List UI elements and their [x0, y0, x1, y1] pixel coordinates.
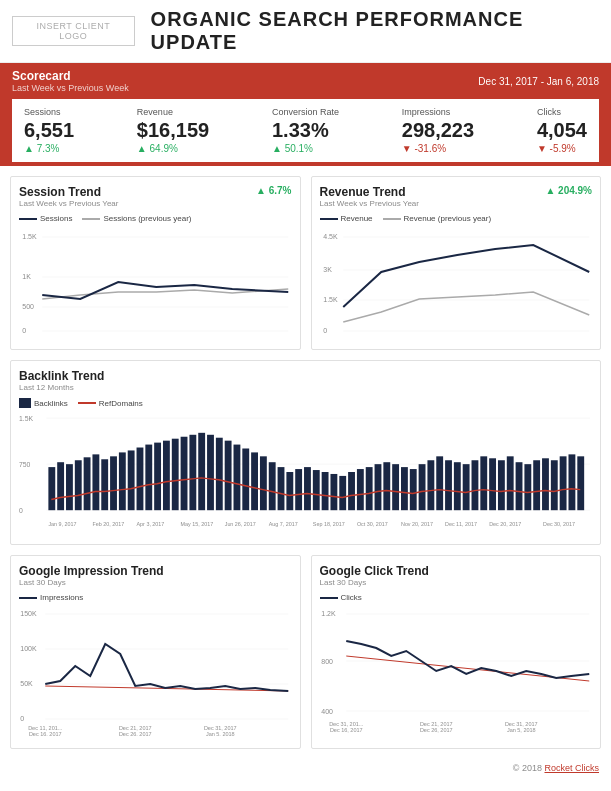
metric-revenue-value: $16,159 — [137, 119, 209, 142]
legend-sessions-prev: Sessions (previous year) — [82, 214, 191, 223]
svg-rect-92 — [542, 458, 549, 510]
metric-impressions-label: Impressions — [402, 107, 474, 117]
click-trend-chart: 1.2K 800 400 Dec 31, 201... Dec 16, 2017… — [320, 606, 593, 736]
svg-rect-95 — [568, 454, 575, 510]
svg-rect-56 — [225, 441, 232, 511]
svg-text:750: 750 — [19, 461, 31, 468]
svg-rect-51 — [181, 437, 188, 510]
svg-rect-48 — [154, 443, 161, 511]
svg-text:Dec 16, 2017: Dec 16, 2017 — [329, 727, 362, 733]
metric-impressions: Impressions 298,223 ▼ -31.6% — [402, 107, 474, 154]
impression-trend-title: Google Impression Trend — [19, 564, 164, 578]
legend-sessions-label: Sessions — [40, 214, 72, 223]
svg-text:100K: 100K — [20, 645, 37, 652]
scorecard-sublabel: Last Week vs Previous Week — [12, 83, 129, 93]
svg-rect-85 — [480, 456, 487, 510]
session-trend-subtitle: Last Week vs Previous Year — [19, 199, 118, 208]
impression-trend-subtitle: Last 30 Days — [19, 578, 164, 587]
svg-text:1.5K: 1.5K — [19, 415, 34, 422]
svg-rect-78 — [419, 464, 426, 510]
svg-rect-91 — [533, 460, 540, 510]
metric-sessions-label: Sessions — [24, 107, 74, 117]
metric-sessions-change: ▲ 7.3% — [24, 143, 74, 154]
rocket-clicks-link[interactable]: Rocket Clicks — [544, 763, 599, 773]
svg-rect-73 — [375, 464, 382, 510]
svg-text:400: 400 — [321, 708, 333, 715]
svg-text:500: 500 — [22, 303, 34, 310]
svg-rect-88 — [507, 456, 514, 510]
legend-revenue: Revenue — [320, 214, 373, 223]
svg-text:1.5K: 1.5K — [22, 233, 37, 240]
metric-revenue-change: ▲ 64.9% — [137, 143, 209, 154]
svg-text:Aug 7, 2017: Aug 7, 2017 — [269, 521, 298, 527]
svg-text:Dec 16, 2017: Dec 16, 2017 — [29, 731, 62, 736]
svg-rect-79 — [427, 460, 434, 510]
svg-text:Feb 20, 2017: Feb 20, 2017 — [92, 521, 124, 527]
metric-impressions-value: 298,223 — [402, 119, 474, 142]
svg-rect-36 — [48, 467, 55, 510]
backlink-trend-chart: 1.5K 750 0 — [19, 412, 592, 532]
svg-text:Nov 20, 2017: Nov 20, 2017 — [401, 521, 433, 527]
svg-text:Jan 5, 2018: Jan 5, 2018 — [206, 731, 235, 736]
svg-rect-58 — [242, 448, 249, 510]
svg-rect-41 — [92, 454, 99, 510]
metric-conversion-value: 1.33% — [272, 119, 339, 142]
svg-rect-47 — [145, 445, 152, 511]
impression-legend: Impressions — [19, 593, 292, 602]
svg-rect-67 — [322, 472, 329, 510]
metric-revenue-label: Revenue — [137, 107, 209, 117]
session-trend-change: ▲ 6.7% — [256, 185, 291, 196]
svg-rect-44 — [119, 452, 126, 510]
svg-rect-62 — [278, 467, 285, 510]
revenue-trend-subtitle: Last Week vs Previous Year — [320, 199, 419, 208]
svg-rect-42 — [101, 459, 108, 510]
revenue-trend-chart: 4.5K 3K 1.5K 0 Sunday Monday Tuesday Wed… — [320, 227, 593, 337]
svg-rect-65 — [304, 467, 311, 510]
backlink-trend-title: Backlink Trend — [19, 369, 104, 383]
client-logo: INSERT CLIENT LOGO — [12, 16, 135, 46]
svg-rect-76 — [401, 467, 408, 510]
svg-rect-83 — [463, 464, 470, 510]
svg-rect-81 — [445, 460, 452, 510]
svg-text:Dec 30, 2017: Dec 30, 2017 — [543, 521, 575, 527]
legend-refdomains-label: RefDomains — [99, 399, 143, 408]
footer-text: © 2018 — [513, 763, 545, 773]
svg-text:Dec 26, 2017: Dec 26, 2017 — [419, 727, 452, 733]
svg-text:50K: 50K — [20, 680, 33, 687]
svg-rect-61 — [269, 462, 276, 510]
svg-rect-68 — [330, 474, 337, 510]
legend-backlinks-label: Backlinks — [34, 399, 68, 408]
svg-text:0: 0 — [19, 507, 23, 514]
revenue-trend-change: ▲ 204.9% — [545, 185, 592, 196]
metric-conversion-change: ▲ 50.1% — [272, 143, 339, 154]
svg-rect-38 — [66, 464, 73, 510]
svg-text:0: 0 — [20, 715, 24, 722]
svg-rect-90 — [524, 464, 531, 510]
svg-rect-69 — [339, 476, 346, 510]
click-trend-legend: Clicks — [320, 593, 593, 602]
metric-clicks-value: 4,054 — [537, 119, 587, 142]
scorecard-metrics: Sessions 6,551 ▲ 7.3% Revenue $16,159 ▲ … — [12, 99, 599, 162]
svg-rect-45 — [128, 450, 135, 510]
svg-rect-53 — [198, 433, 205, 510]
metric-conversion: Conversion Rate 1.33% ▲ 50.1% — [272, 107, 339, 154]
svg-rect-50 — [172, 439, 179, 511]
legend-impressions: Impressions — [19, 593, 83, 602]
metric-clicks-change: ▼ -5.9% — [537, 143, 587, 154]
metric-impressions-change: ▼ -31.6% — [402, 143, 474, 154]
svg-text:Dec 20, 2017: Dec 20, 2017 — [489, 521, 521, 527]
svg-rect-74 — [383, 462, 390, 510]
trend-panels-row: Session Trend Last Week vs Previous Year… — [0, 166, 611, 350]
legend-backlinks: Backlinks — [19, 398, 68, 408]
svg-text:Apr 3, 2017: Apr 3, 2017 — [137, 521, 165, 527]
svg-text:Dec 26, 2017: Dec 26, 2017 — [119, 731, 152, 736]
impression-trend-panel: Google Impression Trend Last 30 Days Imp… — [10, 555, 301, 749]
page-footer: © 2018 Rocket Clicks — [0, 759, 611, 777]
svg-rect-87 — [498, 460, 505, 510]
svg-text:1.5K: 1.5K — [323, 296, 338, 303]
svg-rect-39 — [75, 460, 82, 510]
svg-text:150K: 150K — [20, 610, 37, 617]
svg-rect-54 — [207, 435, 214, 510]
revenue-trend-panel: Revenue Trend Last Week vs Previous Year… — [311, 176, 602, 350]
impression-trend-chart: 150K 100K 50K 0 Dec 11, 201... Dec 16, 2… — [19, 606, 292, 736]
